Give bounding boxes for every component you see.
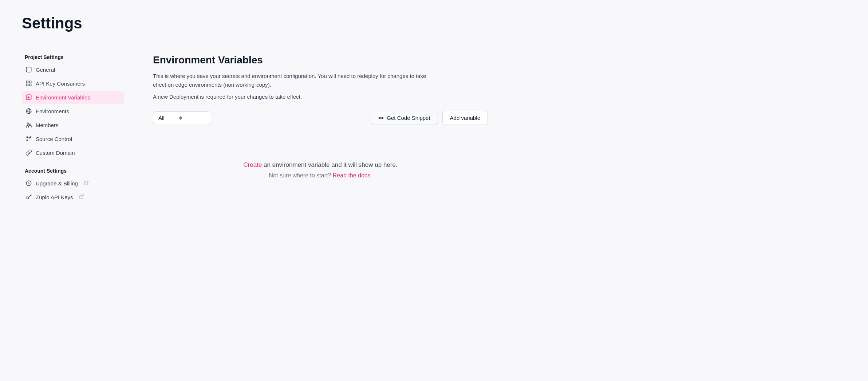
toolbar-actions: <> Get Code Snippet Add variable xyxy=(371,111,488,125)
svg-rect-1 xyxy=(26,81,28,83)
sidebar-label-zuplo-api-keys: Zuplo API Keys xyxy=(36,194,73,200)
read-docs-link[interactable]: Read the docs. xyxy=(333,172,372,178)
create-link[interactable]: Create xyxy=(243,161,262,168)
sidebar-label-general: General xyxy=(36,67,55,73)
empty-state-secondary: Not sure where to start? Read the docs. xyxy=(160,172,481,179)
account-settings-label: Account Settings xyxy=(22,168,124,174)
toolbar: All <> Get Code Snippet Add variable xyxy=(153,111,488,125)
sidebar-item-members[interactable]: Members xyxy=(22,118,124,131)
sidebar-item-api-key-consumers[interactable]: API Key Consumers xyxy=(22,77,124,90)
sidebar-label-api-key-consumers: API Key Consumers xyxy=(36,80,85,87)
sidebar-nav-upgrade-billing[interactable]: Upgrade & Billing xyxy=(22,177,124,190)
sidebar-nav-environments[interactable]: Environments xyxy=(22,105,124,118)
sidebar-nav-api-key-consumers[interactable]: API Key Consumers xyxy=(22,77,124,90)
page-container: Settings Project Settings General xyxy=(0,0,510,227)
svg-point-7 xyxy=(27,123,29,125)
project-nav: General API Key xyxy=(22,63,124,159)
filter-select[interactable]: All xyxy=(153,111,211,124)
svg-rect-2 xyxy=(29,81,31,83)
deployment-notice: A new Deployment is required for your ch… xyxy=(153,94,488,100)
empty-state-primary-text: an environment variable and it will show… xyxy=(262,161,397,168)
external-link-icon-apikeys xyxy=(79,194,84,200)
svg-line-13 xyxy=(86,181,88,183)
sidebar-nav-members[interactable]: Members xyxy=(22,118,124,131)
fork-icon xyxy=(25,135,32,142)
chevron-up xyxy=(179,116,182,118)
svg-rect-0 xyxy=(26,67,31,72)
section-title: Environment Variables xyxy=(153,54,488,66)
account-nav: Upgrade & Billing xyxy=(22,177,124,204)
sidebar-nav-custom-domain[interactable]: Custom Domain xyxy=(22,146,124,159)
main-content: Environment Variables This is where you … xyxy=(153,54,488,201)
empty-state-primary: Create an environment variable and it wi… xyxy=(160,161,481,169)
sidebar-label-upgrade-billing: Upgrade & Billing xyxy=(36,180,78,186)
circle-arrow-icon xyxy=(25,180,32,186)
sidebar-item-zuplo-api-keys[interactable]: Zuplo API Keys xyxy=(22,190,124,204)
get-code-snippet-button[interactable]: <> Get Code Snippet xyxy=(371,111,438,125)
grid-icon xyxy=(25,80,32,87)
sidebar-item-environments[interactable]: Environments xyxy=(22,105,124,118)
key-icon xyxy=(25,194,32,200)
section-description: This is where you save your secrets and … xyxy=(153,72,437,89)
page-title: Settings xyxy=(22,15,488,32)
get-code-snippet-label: Get Code Snippet xyxy=(387,115,430,121)
sidebar-nav-source-control[interactable]: Source Control xyxy=(22,132,124,145)
add-variable-button[interactable]: Add variable xyxy=(442,111,488,125)
add-variable-label: Add variable xyxy=(450,115,480,121)
sidebar-item-general[interactable]: General xyxy=(22,63,124,76)
project-settings-label: Project Settings xyxy=(22,54,124,60)
sidebar-item-source-control[interactable]: Source Control xyxy=(22,132,124,145)
globe-icon xyxy=(25,108,32,114)
sidebar-nav-zuplo-api-keys[interactable]: Zuplo API Keys xyxy=(22,190,124,204)
chevron-down xyxy=(179,118,182,120)
svg-rect-3 xyxy=(26,84,28,86)
sidebar-item-custom-domain[interactable]: Custom Domain xyxy=(22,146,124,159)
sidebar: Project Settings General xyxy=(22,54,124,212)
empty-state-secondary-text: Not sure where to start? xyxy=(269,172,331,178)
chevron-updown-icon xyxy=(179,116,182,120)
sidebar-label-members: Members xyxy=(36,122,59,128)
divider xyxy=(22,43,488,43)
filter-value: All xyxy=(158,115,165,121)
content-layout: Project Settings General xyxy=(22,54,488,212)
link-icon xyxy=(25,149,32,156)
sidebar-label-custom-domain: Custom Domain xyxy=(36,150,75,156)
sidebar-nav-general[interactable]: General xyxy=(22,63,124,76)
empty-state: Create an environment variable and it wi… xyxy=(153,140,488,201)
svg-line-15 xyxy=(81,195,83,197)
svg-point-10 xyxy=(30,137,31,138)
sidebar-nav-environment-variables[interactable]: Environment Variables xyxy=(22,91,124,104)
sidebar-label-environments: Environments xyxy=(36,108,69,114)
sidebar-item-upgrade-billing[interactable]: Upgrade & Billing xyxy=(22,177,124,190)
external-link-icon-billing xyxy=(84,180,89,186)
sidebar-label-source-control: Source Control xyxy=(36,136,72,142)
sidebar-item-environment-variables[interactable]: Environment Variables xyxy=(22,91,124,104)
env-icon xyxy=(25,94,32,101)
svg-rect-4 xyxy=(29,84,31,86)
sidebar-label-environment-variables: Environment Variables xyxy=(36,94,90,101)
code-brackets-icon: <> xyxy=(378,115,384,121)
square-icon xyxy=(25,66,32,73)
users-icon xyxy=(25,122,32,128)
